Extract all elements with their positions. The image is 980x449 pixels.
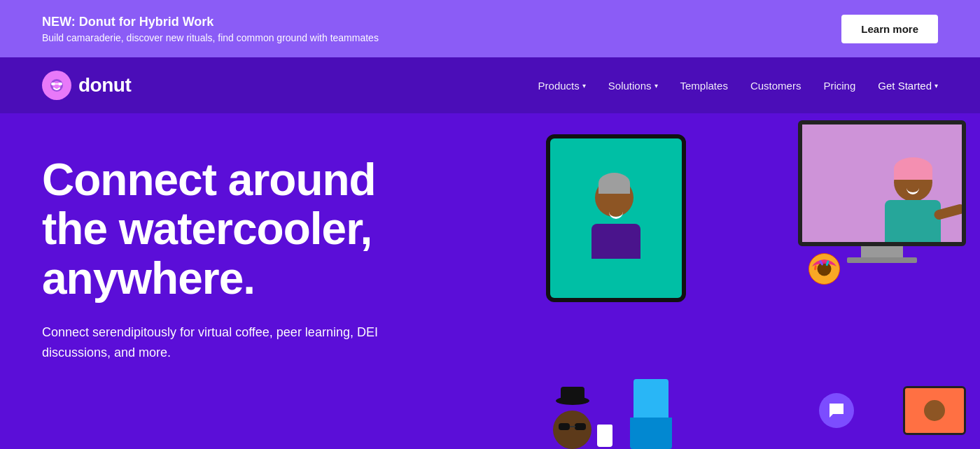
logo[interactable]: donut bbox=[42, 71, 131, 100]
coffee-person-face bbox=[553, 411, 592, 449]
main-navigation: donut Products ▾ Solutions ▾ Templates C… bbox=[0, 57, 980, 113]
monitor-person-arm bbox=[933, 203, 966, 220]
solutions-chevron-icon: ▾ bbox=[654, 82, 658, 90]
nav-links: Products ▾ Solutions ▾ Templates Custome… bbox=[538, 80, 938, 92]
nav-item-solutions[interactable]: Solutions ▾ bbox=[608, 80, 658, 92]
nav-templates-label: Templates bbox=[680, 80, 728, 92]
sunglass-right bbox=[575, 423, 586, 430]
monitor-person-hair bbox=[894, 157, 932, 180]
learn-more-button[interactable]: Learn more bbox=[841, 15, 938, 43]
logo-text: donut bbox=[78, 74, 131, 97]
nav-customers-label: Customers bbox=[750, 80, 802, 92]
hero-illustrations bbox=[490, 113, 980, 449]
hero-heading-line1: Connect around bbox=[42, 155, 376, 205]
nav-item-templates[interactable]: Templates bbox=[680, 80, 728, 92]
sunglass-bridge bbox=[570, 426, 575, 427]
monitor-illustration bbox=[798, 120, 966, 263]
get-started-label: Get Started bbox=[878, 80, 932, 92]
nav-item-products[interactable]: Products ▾ bbox=[538, 80, 586, 92]
tablet-illustration bbox=[546, 134, 686, 302]
nav-item-customers[interactable]: Customers bbox=[750, 80, 802, 92]
body-tablet bbox=[592, 224, 640, 259]
water-cooler-body bbox=[630, 418, 672, 449]
hero-heading-line2: the watercooler, bbox=[42, 204, 372, 254]
hero-heading: Connect around the watercooler, anywhere… bbox=[42, 155, 378, 303]
smile-tablet bbox=[609, 212, 623, 219]
tablet-screen bbox=[550, 138, 682, 298]
coffee-cup bbox=[597, 425, 612, 447]
nav-pricing-label: Pricing bbox=[823, 80, 855, 92]
announcement-banner: NEW: Donut for Hybrid Work Build camarad… bbox=[0, 0, 980, 57]
sunglass-left bbox=[559, 423, 570, 430]
nav-item-pricing[interactable]: Pricing bbox=[823, 80, 855, 92]
person-tablet bbox=[592, 178, 640, 259]
banner-title: NEW: Donut for Hybrid Work bbox=[42, 15, 379, 29]
nav-solutions-label: Solutions bbox=[608, 80, 652, 92]
svg-rect-6 bbox=[58, 83, 62, 85]
monitor-base bbox=[847, 257, 917, 263]
banner-subtitle: Build camaraderie, discover new rituals,… bbox=[42, 32, 379, 43]
hero-section: Connect around the watercooler, anywhere… bbox=[0, 113, 980, 449]
small-video-frame bbox=[903, 386, 966, 435]
monitor-person-smile bbox=[906, 188, 919, 194]
hero-content: Connect around the watercooler, anywhere… bbox=[42, 155, 378, 363]
svg-rect-5 bbox=[51, 83, 55, 85]
donut-illustration bbox=[805, 250, 844, 288]
chat-bubble[interactable] bbox=[819, 393, 854, 428]
small-video-screen bbox=[905, 388, 964, 433]
nav-products-label: Products bbox=[538, 80, 580, 92]
donut-logo-icon bbox=[42, 71, 71, 100]
water-cooler-illustration bbox=[630, 379, 672, 449]
hair-tablet bbox=[598, 173, 630, 194]
monitor-screen bbox=[802, 124, 962, 242]
products-chevron-icon: ▾ bbox=[582, 82, 586, 90]
water-jug bbox=[634, 379, 668, 418]
monitor-stand bbox=[861, 246, 903, 257]
monitor-person-body bbox=[885, 200, 941, 242]
chat-icon bbox=[827, 401, 846, 420]
small-video-person bbox=[924, 400, 945, 421]
get-started-chevron-icon: ▾ bbox=[934, 82, 938, 90]
hat-top bbox=[561, 387, 584, 401]
banner-text: NEW: Donut for Hybrid Work Build camarad… bbox=[42, 15, 379, 43]
person-coffee-illustration bbox=[553, 411, 592, 449]
monitor-screen-container bbox=[798, 120, 966, 246]
get-started-button[interactable]: Get Started ▾ bbox=[878, 80, 938, 92]
hero-heading-line3: anywhere. bbox=[42, 253, 255, 304]
hero-subtext: Connect serendipitously for virtual coff… bbox=[42, 322, 378, 363]
